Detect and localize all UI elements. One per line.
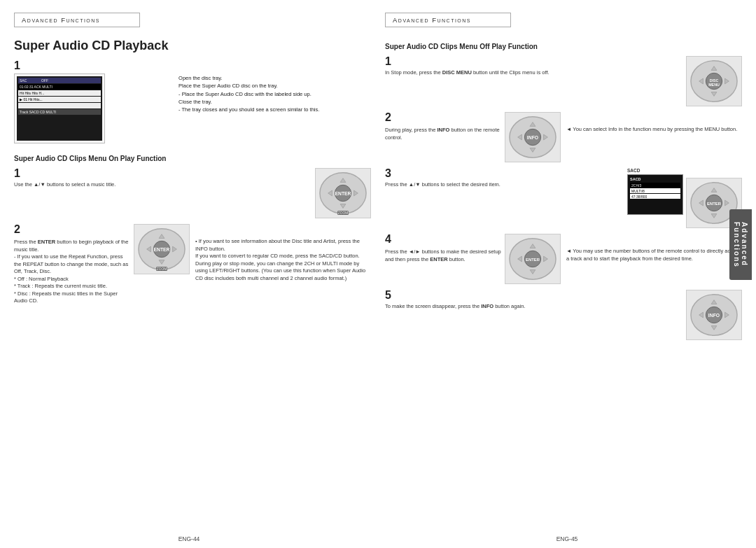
step-off3: 3 Press the ▲/▼ buttons to select the de…	[385, 168, 742, 228]
step1-area: 1 SAC OFF 01:02:31 ACK MULTI Hit Hits Hi…	[14, 60, 371, 143]
step-off5-device: INFO	[686, 290, 742, 340]
step1-screen: SAC OFF 01:02:31 ACK MULTI Hit Hits Hits…	[14, 73, 105, 143]
step-off4: 4 Press the ◄/► buttons to make the desi…	[385, 234, 742, 284]
section2-title: Super Audio CD Clips Menu Off Play Funct…	[385, 43, 742, 50]
step-on2: 2 Press the ENTER button to begin playba…	[14, 224, 371, 305]
step-off4-device: ENTER	[505, 234, 561, 284]
right-adv-header: Advanced Functions	[385, 13, 511, 27]
step-off5: 5 To make the screen disappear, press th…	[385, 290, 742, 340]
section1-title: Super Audio CD Clips Menu On Play Functi…	[14, 155, 371, 162]
step-off1-number: 1	[385, 56, 682, 67]
step-off5-text: To make the screen disappear, press the …	[385, 303, 682, 311]
step-off2-text: During play, press the INFO button on th…	[385, 127, 502, 141]
step-off2-device: INFO	[505, 112, 561, 162]
step-off2-number: 2	[385, 112, 502, 123]
step-on1-text: Use the ▲/▼ buttons to select a music ti…	[14, 181, 311, 189]
step-on1-device: ENTER ZOOM	[315, 168, 371, 218]
step-on1: 1 Use the ▲/▼ buttons to select a music …	[14, 168, 371, 218]
page-num-left: ENG-44	[0, 535, 378, 548]
svg-text:ENTER: ENTER	[526, 258, 540, 262]
side-tab: AdvancedFunctions	[729, 209, 752, 281]
svg-text:MENU: MENU	[708, 83, 720, 87]
svg-text:INFO: INFO	[708, 313, 720, 318]
svg-text:ZOOM: ZOOM	[338, 211, 349, 215]
step-off3-text: Press the ▲/▼ buttons to select the desi…	[385, 181, 623, 189]
step-on2-note: • If you want to see information about t…	[195, 224, 371, 305]
footer: ENG-44 ENG-45	[0, 535, 756, 548]
step-off4-text: Press the ◄/► buttons to make the desire…	[385, 248, 502, 263]
step1-text: Open the disc tray. Place the Super Audi…	[178, 60, 371, 143]
step-off2: 2 During play, press the INFO button on …	[385, 112, 742, 162]
step-off2-note: ◄ You can select Info in the function me…	[566, 112, 742, 162]
step-on2-device: ENTER ZOOM	[134, 224, 190, 274]
step-on2-number: 2	[14, 224, 131, 235]
page-num-right: ENG-45	[378, 535, 756, 548]
left-adv-header: Advanced Functions	[14, 13, 140, 27]
step-on1-number: 1	[14, 168, 311, 179]
step-off1-device: DISC MENU	[686, 56, 742, 106]
svg-text:ENTER: ENTER	[335, 191, 351, 196]
svg-text:ENTER: ENTER	[153, 247, 169, 252]
step-off5-number: 5	[385, 290, 682, 301]
step-on2-text: Press the ENTER button to begin playback…	[14, 239, 131, 305]
step-off4-note: ◄ You may use the number buttons of the …	[566, 234, 742, 284]
step-off3-number: 3	[385, 168, 623, 179]
page-title: Super Audio CD Playback	[14, 38, 371, 53]
step-off4-number: 4	[385, 234, 502, 245]
svg-text:INFO: INFO	[527, 135, 538, 140]
sacd-screen: SACD 2CH/3 MULTI/8 47:38/800	[627, 174, 683, 215]
svg-text:ENTER: ENTER	[707, 202, 722, 206]
step-off1: 1 In Stop mode, press the DISC MENU butt…	[385, 56, 742, 106]
left-column: Advanced Functions Super Audio CD Playba…	[14, 13, 371, 528]
right-column: Advanced Functions Super Audio CD Clips …	[385, 13, 742, 528]
step-off1-text: In Stop mode, press the DISC MENU button…	[385, 69, 682, 77]
svg-text:ZOOM: ZOOM	[157, 267, 167, 271]
step1-number: 1	[14, 60, 174, 71]
